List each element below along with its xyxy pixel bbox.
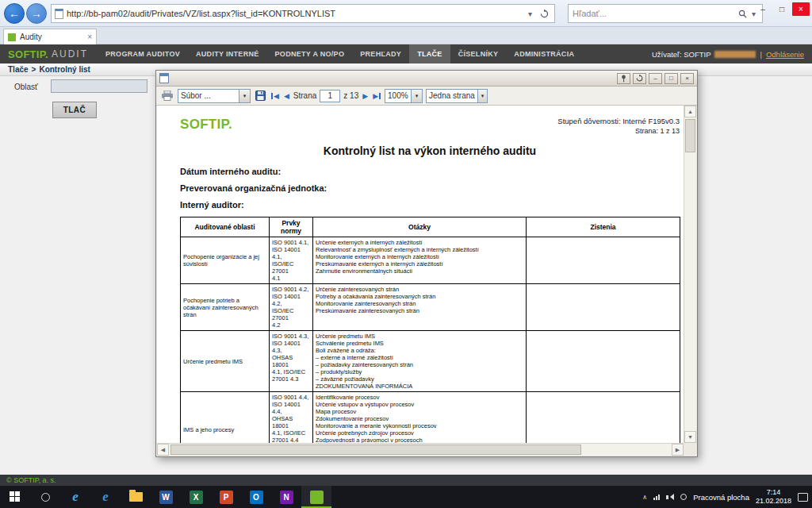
- oblast-label: Oblasť: [14, 83, 38, 91]
- taskbar-outlook-button[interactable]: O: [241, 486, 271, 508]
- cell-questions: Určenie externých a interných záležitost…: [313, 237, 527, 284]
- page-layout-select[interactable]: Jedna strana ▾: [426, 89, 488, 103]
- modal-close-button[interactable]: ×: [680, 73, 694, 84]
- table-row: Pochopenie potrieb a očakávaní zainteres…: [181, 284, 680, 331]
- cell-area: Určenie predmetu IMS: [181, 331, 270, 392]
- horizontal-scrollbar[interactable]: ◀ ▶: [157, 443, 684, 456]
- softip-audit-icon: [310, 491, 324, 504]
- cell-area: Pochopenie potrieb a očakávaní zainteres…: [181, 284, 270, 331]
- browser-forward-button[interactable]: →: [26, 3, 47, 24]
- nav-program-auditov[interactable]: PROGRAM AUDITOV: [98, 44, 188, 64]
- table-row: Pochopenie organizácie a jej súvislostí …: [181, 237, 680, 284]
- volume-icon[interactable]: [666, 494, 674, 500]
- taskbar-word-button[interactable]: W: [151, 486, 181, 508]
- zoom-select[interactable]: 100% ▾: [385, 89, 423, 103]
- page-number-input[interactable]: 1: [320, 90, 340, 102]
- pin-button[interactable]: [617, 73, 630, 84]
- taskbar-excel-button[interactable]: X: [181, 486, 211, 508]
- logout-link[interactable]: Odhlásenie: [766, 50, 804, 59]
- prev-page-button[interactable]: ◀: [283, 92, 290, 100]
- search-icon: [41, 493, 50, 502]
- last-page-button[interactable]: ▶: [372, 92, 381, 100]
- search-icon[interactable]: [736, 10, 749, 18]
- browser-tab-bar: Audity ×: [0, 27, 812, 44]
- cell-questions: Určenie zainteresovaných strán Potreby a…: [313, 284, 527, 331]
- horizontal-scroll-thumb[interactable]: [170, 444, 581, 455]
- oblast-input[interactable]: [51, 79, 147, 93]
- start-button[interactable]: [0, 486, 30, 508]
- audit-checklist-table: Auditované oblasti Prvky normy Otázky Zi…: [180, 217, 680, 443]
- taskbar-search-button[interactable]: [30, 486, 60, 508]
- nav-prehlady[interactable]: PREHĽADY: [352, 44, 409, 64]
- window-minimize-button[interactable]: –: [754, 2, 772, 16]
- tab-close-button[interactable]: ×: [87, 33, 92, 41]
- taskbar-ie-button[interactable]: e: [90, 486, 121, 508]
- scroll-right-button[interactable]: ▶: [672, 444, 684, 456]
- action-center-icon[interactable]: [798, 493, 808, 502]
- taskbar-file-explorer-button[interactable]: [121, 486, 151, 508]
- tab-title: Audity: [20, 33, 83, 41]
- scroll-down-button[interactable]: ▼: [684, 431, 696, 443]
- header-norm-elements: Prvky normy: [270, 217, 313, 237]
- taskbar: e e W X P O N ∧ Pracovná p: [0, 486, 812, 508]
- next-page-icon: ▶: [362, 92, 368, 100]
- breadcrumb-section[interactable]: Tlače: [8, 65, 29, 74]
- field-audit-date: Dátum interného auditu:: [180, 167, 678, 176]
- browser-chrome: ← → http://bb-pam02/audit/Privates/VZ/li…: [0, 0, 812, 27]
- window-maximize-button[interactable]: □: [773, 2, 791, 16]
- tray-icon[interactable]: [680, 494, 687, 500]
- taskbar-powerpoint-button[interactable]: P: [211, 486, 241, 508]
- scroll-up-button[interactable]: ▲: [684, 106, 696, 117]
- print-report-button[interactable]: [160, 90, 174, 102]
- network-icon[interactable]: [653, 495, 660, 500]
- vertical-scrollbar[interactable]: ▲ ▼: [684, 106, 696, 443]
- search-box[interactable]: Hľadať... ▾: [568, 4, 763, 23]
- report-softip-logo: SOFTIP.: [180, 117, 232, 133]
- nav-audity-interne[interactable]: AUDITY INTERNÉ: [188, 44, 267, 64]
- ie-icon: e: [102, 489, 109, 505]
- nav-administracia[interactable]: ADMINISTRÁCIA: [506, 44, 582, 64]
- zoom-value: 100%: [385, 91, 411, 100]
- cell-findings: [527, 331, 680, 392]
- modal-minimize-button[interactable]: –: [649, 73, 662, 84]
- refresh-window-button[interactable]: [633, 73, 646, 84]
- browser-back-button[interactable]: ←: [4, 3, 25, 24]
- clock-time: 7:14: [756, 488, 791, 497]
- forward-icon: →: [31, 7, 42, 20]
- taskbar-clock[interactable]: 7:14 21.02.2018: [756, 488, 791, 506]
- next-page-button[interactable]: ▶: [362, 92, 369, 100]
- cell-norms: ISO 9001 4.3, ISO 14001 4.3, OHSAS 18001…: [270, 331, 313, 392]
- taskbar-edge-button[interactable]: e: [60, 486, 90, 508]
- scroll-left-button[interactable]: ◀: [157, 444, 169, 456]
- tlac-button[interactable]: TLAČ: [52, 102, 97, 118]
- window-close-button[interactable]: ×: [792, 2, 810, 16]
- cell-findings: [527, 237, 680, 284]
- desktop-toolbar-label[interactable]: Pracovná plocha: [693, 493, 749, 502]
- taskbar-softip-audit-button[interactable]: [301, 486, 331, 508]
- taskbar-onenote-button[interactable]: N: [271, 486, 301, 508]
- tab-audity[interactable]: Audity ×: [3, 29, 97, 44]
- modal-maximize-button[interactable]: □: [665, 73, 678, 84]
- desktop-screen: ← → http://bb-pam02/audit/Privates/VZ/li…: [0, 0, 812, 508]
- tray-expand-icon[interactable]: ∧: [642, 494, 647, 501]
- save-button[interactable]: [254, 90, 267, 102]
- modal-titlebar[interactable]: – □ ×: [156, 71, 697, 87]
- nav-tlace[interactable]: TLAČE: [409, 44, 450, 64]
- address-bar[interactable]: http://bb-pam02/audit/Privates/VZ/list.a…: [51, 4, 555, 23]
- vertical-scroll-thumb[interactable]: [685, 119, 695, 152]
- report-page-number: Strana: 1 z 13: [557, 127, 680, 135]
- nav-ciselniky[interactable]: ČÍSELNÍKY: [450, 44, 507, 64]
- breadcrumb-page: Kontrolný list: [39, 65, 90, 74]
- last-page-icon: ▶: [373, 92, 378, 100]
- nav-podnety-a-no-po[interactable]: PODNETY A NO/PO: [267, 44, 353, 64]
- user-separator: |: [760, 50, 761, 59]
- field-audited-unit: Preverovaná organizačná jednotka:: [180, 183, 678, 193]
- refresh-button[interactable]: [538, 10, 551, 18]
- export-format-select[interactable]: Súbor ... ▾: [178, 89, 251, 103]
- page-label: Strana: [293, 91, 316, 100]
- chevron-down-icon: ▾: [411, 90, 422, 102]
- report-header: SOFTIP. Stupeň dôvernosti: Interné F195v…: [180, 117, 680, 135]
- address-dropdown-button[interactable]: ▾: [526, 10, 534, 18]
- first-page-button[interactable]: ◀: [270, 92, 280, 100]
- edge-icon: e: [72, 489, 79, 505]
